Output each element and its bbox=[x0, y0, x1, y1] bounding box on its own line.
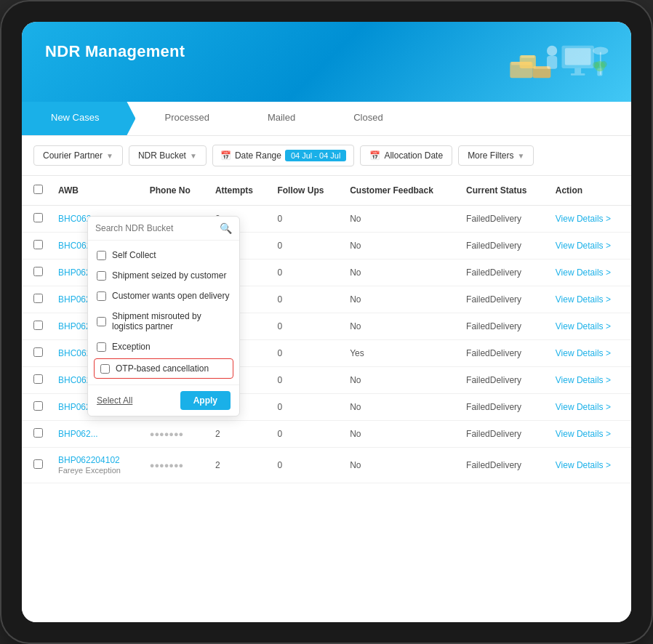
awb-link-8[interactable]: BHP062... bbox=[58, 429, 98, 439]
tabs-bar: New Cases Processed Mailed Closed bbox=[22, 102, 631, 136]
follow-ups-5: 0 bbox=[270, 340, 342, 367]
select-all-checkbox[interactable] bbox=[33, 185, 43, 194]
tab-new-cases[interactable]: New Cases bbox=[22, 102, 135, 135]
item-label-open-delivery: Customer wants open delivery bbox=[112, 291, 229, 301]
view-details-4[interactable]: View Details > bbox=[556, 321, 611, 331]
view-details-3[interactable]: View Details > bbox=[556, 294, 611, 305]
item-label-seized: Shipment seized by customer bbox=[112, 270, 226, 281]
row-checkbox-6[interactable] bbox=[33, 374, 43, 384]
courier-9: Fareye bbox=[58, 466, 83, 475]
view-details-5[interactable]: View Details > bbox=[556, 348, 611, 358]
awb-link-9[interactable]: BHP062204102 bbox=[58, 455, 120, 465]
follow-ups-7: 0 bbox=[270, 394, 342, 421]
svg-rect-3 bbox=[571, 73, 585, 76]
feedback-0: No bbox=[342, 206, 459, 233]
row-checkbox-0[interactable] bbox=[33, 213, 43, 222]
row-checkbox-7[interactable] bbox=[33, 401, 43, 411]
status-9: FailedDelivery bbox=[459, 448, 548, 483]
more-filters-button[interactable]: More Filters ▼ bbox=[458, 145, 534, 166]
svg-point-16 bbox=[593, 62, 599, 68]
status-6: FailedDelivery bbox=[459, 367, 548, 394]
dropdown-item-misrouted[interactable]: Shipment misrouted by logistics partner bbox=[88, 306, 239, 337]
dropdown-item-exception[interactable]: Exception bbox=[88, 337, 239, 357]
follow-ups-4: 0 bbox=[270, 313, 342, 340]
tab-mailed[interactable]: Mailed bbox=[239, 102, 324, 135]
view-details-6[interactable]: View Details > bbox=[556, 375, 611, 385]
row-checkbox-1[interactable] bbox=[33, 240, 43, 249]
ndr-bucket-label: NDR Bucket bbox=[138, 150, 186, 161]
col-feedback: Customer Feedback bbox=[342, 176, 459, 206]
courier-partner-label: Courier Partner bbox=[43, 150, 103, 161]
row-checkbox-4[interactable] bbox=[33, 321, 43, 330]
col-attempts: Attempts bbox=[208, 176, 271, 206]
attempts-8: 2 bbox=[208, 421, 271, 448]
date-range-value: 04 Jul - 04 Jul bbox=[285, 150, 346, 161]
dropdown-item-open-delivery[interactable]: Customer wants open delivery bbox=[88, 286, 239, 306]
feedback-9: No bbox=[342, 448, 459, 483]
date-range-filter[interactable]: 📅 Date Range 04 Jul - 04 Jul bbox=[212, 145, 355, 166]
status-8: FailedDelivery bbox=[459, 421, 548, 448]
date-range-label: Date Range bbox=[235, 150, 281, 161]
svg-rect-2 bbox=[574, 68, 581, 73]
allocation-date-label: Allocation Date bbox=[384, 150, 443, 161]
feedback-6: No bbox=[342, 367, 459, 394]
calendar-icon: 📅 bbox=[220, 150, 231, 161]
courier-partner-filter[interactable]: Courier Partner ▼ bbox=[33, 145, 123, 166]
dropdown-item-self-collect[interactable]: Self Collect bbox=[88, 245, 239, 265]
feedback-5: Yes bbox=[342, 340, 459, 367]
col-follow-ups: Follow Ups bbox=[270, 176, 342, 206]
svg-rect-11 bbox=[521, 55, 534, 58]
view-details-8[interactable]: View Details > bbox=[556, 429, 611, 439]
follow-ups-1: 0 bbox=[270, 233, 342, 259]
item-label-otp: OTP-based cancellation bbox=[116, 363, 209, 374]
col-phone: Phone No bbox=[143, 176, 208, 206]
checkbox-open-delivery[interactable] bbox=[97, 291, 106, 301]
row-checkbox-2[interactable] bbox=[33, 267, 43, 276]
row-checkbox-9[interactable] bbox=[33, 459, 43, 469]
checkbox-exception[interactable] bbox=[97, 342, 106, 352]
row-checkbox-3[interactable] bbox=[33, 294, 43, 303]
tab-processed[interactable]: Processed bbox=[135, 102, 238, 135]
ndr-search-input[interactable] bbox=[95, 223, 215, 233]
svg-point-17 bbox=[601, 61, 607, 68]
view-details-9[interactable]: View Details > bbox=[556, 460, 611, 470]
checkbox-misrouted[interactable] bbox=[97, 317, 106, 326]
table-header-row: AWB Phone No Attempts Follow Ups Custome… bbox=[22, 176, 631, 206]
dropdown-item-seized[interactable]: Shipment seized by customer bbox=[88, 265, 239, 286]
allocation-date-filter[interactable]: 📅 Allocation Date bbox=[360, 145, 452, 166]
col-awb: AWB bbox=[51, 176, 143, 206]
more-filters-label: More Filters bbox=[468, 150, 513, 161]
view-details-0[interactable]: View Details > bbox=[556, 214, 611, 224]
view-details-1[interactable]: View Details > bbox=[556, 241, 611, 251]
apply-button[interactable]: Apply bbox=[180, 391, 231, 410]
feedback-4: No bbox=[342, 313, 459, 340]
row-checkbox-8[interactable] bbox=[33, 428, 43, 438]
status-5: FailedDelivery bbox=[459, 340, 548, 367]
courier-caret-icon: ▼ bbox=[106, 152, 113, 160]
checkbox-seized[interactable] bbox=[97, 271, 106, 281]
dropdown-item-otp[interactable]: OTP-based cancellation bbox=[94, 358, 233, 379]
follow-ups-0: 0 bbox=[270, 206, 342, 233]
select-all-link[interactable]: Select All bbox=[97, 395, 132, 406]
follow-ups-3: 0 bbox=[270, 286, 342, 313]
status-7: FailedDelivery bbox=[459, 394, 548, 421]
table-wrapper: 🔍 Self Collect Shipment seized by custom… bbox=[22, 176, 631, 622]
checkbox-self-collect[interactable] bbox=[97, 251, 106, 260]
item-label-exception: Exception bbox=[112, 342, 151, 352]
ndr-bucket-filter[interactable]: NDR Bucket ▼ bbox=[129, 145, 207, 166]
svg-point-12 bbox=[547, 46, 557, 56]
row-checkbox-5[interactable] bbox=[33, 347, 43, 357]
table-row: BHP062204102Fareye Exception●●●●●●●20NoF… bbox=[22, 448, 631, 483]
search-icon: 🔍 bbox=[220, 222, 232, 234]
status-4: FailedDelivery bbox=[459, 313, 548, 340]
tab-closed[interactable]: Closed bbox=[324, 102, 412, 135]
view-details-2[interactable]: View Details > bbox=[556, 267, 611, 278]
status-3: FailedDelivery bbox=[459, 286, 548, 313]
feedback-7: No bbox=[342, 394, 459, 421]
item-label-self-collect: Self Collect bbox=[112, 250, 156, 260]
col-status: Current Status bbox=[459, 176, 548, 206]
view-details-7[interactable]: View Details > bbox=[556, 402, 611, 412]
follow-ups-6: 0 bbox=[270, 367, 342, 394]
checkbox-otp[interactable] bbox=[100, 364, 110, 374]
col-action: Action bbox=[548, 176, 631, 206]
